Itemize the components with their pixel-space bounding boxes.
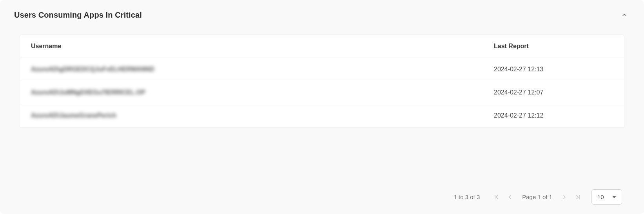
- table-header-row: Username Last Report: [20, 35, 624, 58]
- table-row[interactable]: AzureAD\JuMNgDXEGu7IERRICEL.OP 2024-02-2…: [20, 81, 624, 104]
- content-area: Username Last Report AzureAD\gDRGEDCQJuF…: [20, 34, 624, 207]
- cell-username: AzureAD\JaumeGranePerich: [31, 112, 116, 119]
- chevron-left-icon: [507, 194, 513, 200]
- caret-down-icon: [612, 196, 616, 198]
- column-header-last-report[interactable]: Last Report: [483, 35, 624, 58]
- pager-page-indicator: Page 1 of 1: [519, 194, 555, 200]
- collapse-toggle[interactable]: [619, 9, 630, 20]
- chevron-right-icon: [561, 194, 568, 200]
- page-size-value: 10: [597, 194, 604, 200]
- users-table: Username Last Report AzureAD\gDRGEDCQJuF…: [20, 34, 624, 127]
- first-page-button[interactable]: [492, 193, 501, 201]
- first-page-icon: [493, 194, 500, 200]
- next-page-button[interactable]: [560, 193, 569, 201]
- pager-controls: Page 1 of 1: [492, 193, 582, 201]
- last-page-button[interactable]: [573, 193, 582, 201]
- chevron-up-icon: [621, 12, 628, 18]
- panel-header: Users Consuming Apps In Critical: [7, 5, 637, 26]
- panel-title: Users Consuming Apps In Critical: [14, 11, 142, 20]
- cell-username: AzureAD\JuMNgDXEGu7IERRICEL.OP: [31, 89, 145, 96]
- cell-last-report: 2024-02-27 12:07: [483, 81, 624, 104]
- table-row[interactable]: AzureAD\gDRGEDCQJuFvELHERMANND 2024-02-2…: [20, 58, 624, 81]
- cell-last-report: 2024-02-27 12:13: [483, 58, 624, 81]
- pager-range: 1 to 3 of 3: [451, 194, 483, 200]
- table-row[interactable]: AzureAD\JaumeGranePerich 2024-02-27 12:1…: [20, 104, 624, 127]
- cell-last-report: 2024-02-27 12:12: [483, 104, 624, 127]
- pager: 1 to 3 of 3 Page 1 of 1: [20, 181, 624, 207]
- panel-users-critical: Users Consuming Apps In Critical Usernam…: [0, 0, 644, 214]
- column-header-username[interactable]: Username: [20, 35, 483, 58]
- page-size-select[interactable]: 10: [591, 189, 622, 205]
- prev-page-button[interactable]: [506, 193, 514, 201]
- cell-username: AzureAD\gDRGEDCQJuFvELHERMANND: [31, 66, 154, 73]
- last-page-icon: [575, 194, 581, 200]
